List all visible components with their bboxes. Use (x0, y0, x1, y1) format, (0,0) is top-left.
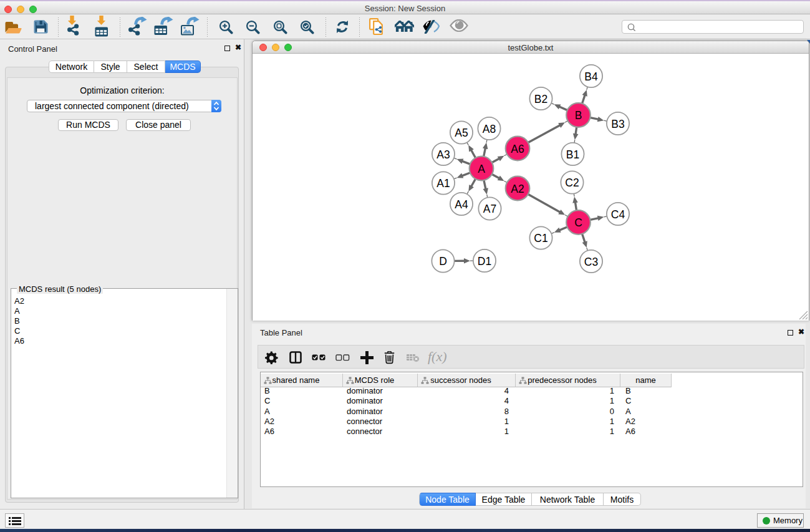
svg-text:A7: A7 (483, 203, 496, 215)
svg-text:C3: C3 (584, 256, 598, 268)
svg-text:D1: D1 (478, 255, 491, 268)
svg-text:B3: B3 (611, 118, 624, 130)
svg-text:A3: A3 (436, 148, 450, 161)
svg-text:B2: B2 (534, 93, 547, 105)
svg-text:A5: A5 (455, 127, 468, 139)
svg-text:A: A (478, 163, 485, 175)
svg-text:B: B (575, 109, 582, 122)
svg-text:C2: C2 (565, 177, 579, 189)
svg-text:B1: B1 (566, 148, 579, 161)
svg-text:B4: B4 (584, 70, 598, 83)
svg-text:A6: A6 (511, 143, 524, 155)
svg-text:A2: A2 (511, 183, 524, 195)
svg-text:A8: A8 (483, 123, 496, 135)
svg-text:C1: C1 (534, 232, 547, 244)
svg-text:A4: A4 (455, 198, 468, 211)
svg-text:D: D (439, 255, 447, 268)
svg-text:A1: A1 (436, 177, 450, 190)
svg-text:C: C (574, 216, 582, 229)
svg-text:C4: C4 (611, 208, 625, 221)
